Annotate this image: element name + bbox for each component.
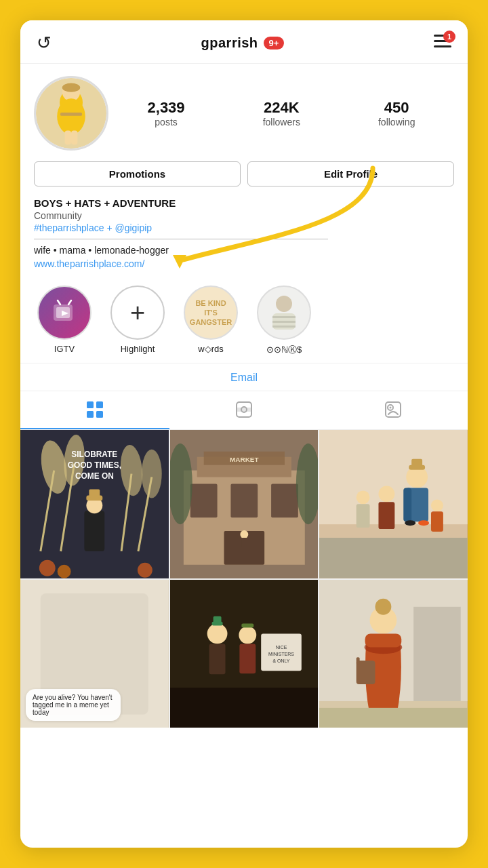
back-icon[interactable]: ↺ xyxy=(37,33,52,54)
svg-point-100 xyxy=(378,599,389,606)
svg-rect-74 xyxy=(357,504,370,528)
tab-grid[interactable] xyxy=(20,391,169,429)
stat-following[interactable]: 450 following xyxy=(378,99,415,127)
svg-point-6 xyxy=(62,83,80,92)
svg-rect-56 xyxy=(271,484,298,518)
svg-point-75 xyxy=(431,499,443,511)
svg-rect-23 xyxy=(96,401,103,408)
svg-point-79 xyxy=(418,520,429,526)
following-label: following xyxy=(378,117,415,127)
highlight-label-words: w◇rds xyxy=(198,344,223,354)
edit-profile-button[interactable]: Edit Profile xyxy=(247,161,454,186)
notification-badge: 9+ xyxy=(264,37,285,50)
svg-rect-89 xyxy=(241,623,253,627)
chat-text: Are you alive? You haven't tagged me in … xyxy=(33,694,113,716)
highlight-circle-links xyxy=(257,285,311,340)
svg-point-78 xyxy=(405,520,416,526)
svg-rect-19 xyxy=(272,316,296,318)
bio-link[interactable]: www.theparrishplace.com/ xyxy=(34,258,454,269)
svg-rect-25 xyxy=(96,411,103,418)
highlight-igtv[interactable]: IGTV xyxy=(34,285,95,356)
svg-rect-2 xyxy=(434,45,451,47)
svg-rect-21 xyxy=(272,326,296,328)
stat-followers[interactable]: 224K followers xyxy=(263,99,300,127)
svg-text:MARKET: MARKET xyxy=(230,456,258,463)
svg-rect-72 xyxy=(379,502,395,529)
bio-name: BOYS + HATS + ADVENTURE xyxy=(34,197,454,209)
grid-cell-5[interactable]: NICE MINISTERS & ONLY xyxy=(170,580,319,728)
svg-point-47 xyxy=(138,563,152,578)
grid-cell-4[interactable]: Are you alive? You haven't tagged me in … xyxy=(20,580,169,728)
bio-divider xyxy=(34,239,328,239)
highlight-links[interactable]: ⊙⊙ℕⓀ$ xyxy=(253,285,314,356)
svg-point-87 xyxy=(239,626,256,644)
svg-text:NICE: NICE xyxy=(275,645,287,650)
header: ↺ gparrish 9+ 1 xyxy=(20,20,468,64)
svg-rect-86 xyxy=(213,616,221,623)
svg-point-71 xyxy=(379,486,395,502)
bio-tags[interactable]: #theparrishplace + @gigipip xyxy=(34,222,454,233)
svg-rect-84 xyxy=(209,644,225,674)
avatar[interactable] xyxy=(34,76,108,151)
stat-posts[interactable]: 2,339 posts xyxy=(148,99,185,127)
plus-icon: + xyxy=(130,300,145,326)
username: gparrish xyxy=(201,35,258,51)
grid-icon xyxy=(86,401,104,418)
stats-row: 2,339 posts 224K followers 450 following xyxy=(108,99,454,127)
promotions-button[interactable]: Promotions xyxy=(34,161,241,186)
svg-point-7 xyxy=(57,98,85,134)
buttons-row: Promotions Edit Profile xyxy=(34,161,454,186)
svg-rect-70 xyxy=(412,459,423,467)
svg-line-14 xyxy=(58,300,60,304)
highlights-row: IGTV + Highlight BE KINDIT'SGANGSTER w◇r… xyxy=(20,276,468,363)
svg-rect-102 xyxy=(365,633,402,647)
svg-rect-104 xyxy=(357,657,360,664)
svg-point-73 xyxy=(357,490,370,504)
highlight-circle-add: + xyxy=(110,285,165,340)
following-count: 450 xyxy=(378,99,415,117)
grid-cell-3[interactable] xyxy=(319,430,468,578)
highlight-words[interactable]: BE KINDIT'SGANGSTER w◇rds xyxy=(180,285,241,356)
highlight-circle-igtv xyxy=(37,285,92,340)
svg-point-45 xyxy=(39,560,56,576)
bio-section: BOYS + HATS + ADVENTURE Community #thepa… xyxy=(34,197,454,269)
email-button[interactable]: Email xyxy=(230,372,258,383)
menu-button[interactable]: 1 xyxy=(434,35,451,52)
tab-tagged[interactable] xyxy=(319,391,468,429)
profile-top: 2,339 posts 224K followers 450 following xyxy=(34,76,454,151)
svg-point-17 xyxy=(276,296,292,312)
chat-bubble: Are you alive? You haven't tagged me in … xyxy=(26,689,121,721)
svg-rect-27 xyxy=(237,408,251,412)
tab-reels[interactable] xyxy=(169,391,319,429)
svg-point-83 xyxy=(207,623,227,644)
reels-icon xyxy=(235,401,253,418)
svg-text:MINISTERS: MINISTERS xyxy=(268,652,294,656)
svg-point-46 xyxy=(58,565,71,578)
svg-rect-77 xyxy=(319,538,468,578)
svg-rect-94 xyxy=(170,688,319,728)
highlight-add[interactable]: + Highlight xyxy=(107,285,168,356)
posts-count: 2,339 xyxy=(148,99,185,117)
grid-cell-2[interactable]: MARKET xyxy=(170,430,319,578)
highlight-circle-words: BE KINDIT'SGANGSTER xyxy=(184,285,238,340)
svg-text:& ONLY: & ONLY xyxy=(272,658,289,663)
svg-rect-10 xyxy=(71,131,77,145)
svg-rect-20 xyxy=(272,321,296,323)
tab-bar xyxy=(20,391,468,430)
svg-point-62 xyxy=(240,530,248,538)
grid-cell-6[interactable] xyxy=(319,580,468,728)
posts-label: posts xyxy=(148,117,185,127)
header-center: gparrish 9+ xyxy=(201,35,285,51)
highlight-label-igtv: IGTV xyxy=(54,344,75,354)
bio-text: wife • mama • lemonade-hogger xyxy=(34,245,454,256)
svg-rect-63 xyxy=(241,538,247,547)
buttons-area: Promotions Edit Profile xyxy=(34,161,454,186)
svg-line-15 xyxy=(68,300,71,304)
tagged-icon xyxy=(384,401,402,418)
svg-rect-55 xyxy=(230,484,258,518)
svg-rect-54 xyxy=(190,484,217,518)
words-text: BE KINDIT'SGANGSTER xyxy=(190,298,232,328)
grid-cell-1[interactable]: SILOBRATE GOOD TIMES, COME ON xyxy=(20,430,169,578)
svg-text:SILOBRATE: SILOBRATE xyxy=(71,450,117,459)
followers-label: followers xyxy=(263,117,300,127)
